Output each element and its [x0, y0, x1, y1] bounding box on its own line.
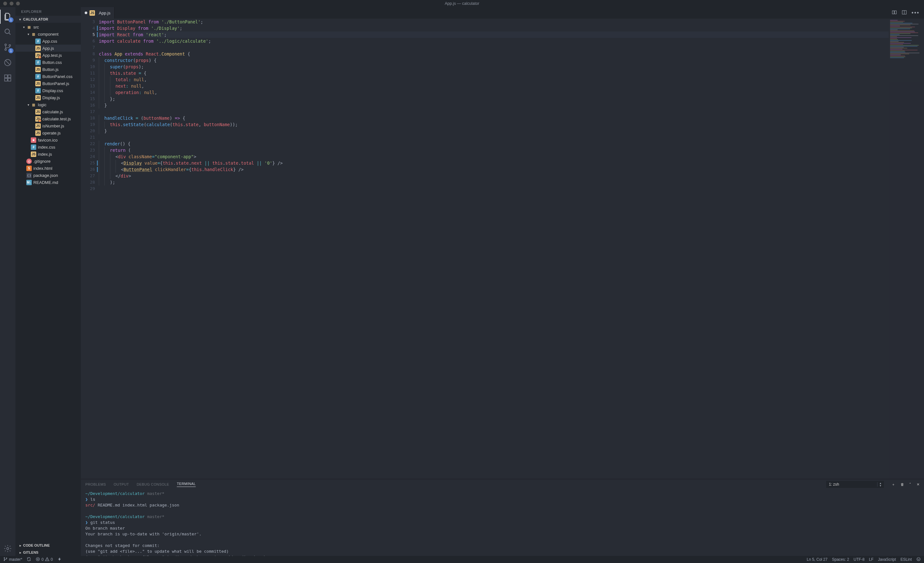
svg-point-25: [918, 558, 918, 559]
folder-logic[interactable]: ▾▥logic: [15, 101, 81, 108]
status-branch[interactable]: master*: [3, 557, 22, 562]
file-index.html[interactable]: 5index.html: [15, 165, 81, 172]
minimize-window[interactable]: [10, 2, 14, 6]
file-Button.css[interactable]: #Button.css: [15, 59, 81, 66]
js-icon: JS: [35, 130, 41, 136]
activity-explorer[interactable]: 1: [0, 10, 15, 24]
sidebar-title: EXPLORER: [15, 7, 81, 16]
panel-tab-output[interactable]: OUTPUT: [114, 482, 129, 486]
file-ButtonPanel.css[interactable]: #ButtonPanel.css: [15, 73, 81, 80]
warning-icon: [45, 557, 50, 562]
chevron-right-icon: ▸: [18, 544, 22, 547]
tree-label: favicon.ico: [38, 138, 57, 143]
panel-tab-problems[interactable]: PROBLEMS: [86, 482, 106, 486]
tree-label: Display.js: [42, 95, 60, 100]
svg-point-3: [5, 49, 6, 50]
sidebar-section-outline[interactable]: ▸ CODE OUTLINE: [15, 542, 81, 549]
status-sync[interactable]: [27, 557, 31, 562]
file-Button.js[interactable]: JSButton.js: [15, 66, 81, 73]
file-App.js[interactable]: JSApp.js: [15, 45, 81, 52]
sidebar-section-project[interactable]: ▾ CALCULATOR: [15, 16, 81, 23]
file-favicon.ico[interactable]: ★favicon.ico: [15, 137, 81, 144]
svg-rect-10: [8, 75, 11, 78]
file-isNumber.js[interactable]: JSisNumber.js: [15, 122, 81, 129]
status-indent[interactable]: Spaces: 2: [832, 557, 849, 562]
activity-settings[interactable]: [0, 542, 15, 556]
file-Display.js[interactable]: JSDisplay.js: [15, 94, 81, 101]
js-icon: JS: [35, 67, 41, 72]
terminal[interactable]: ~/Development/calculator master*❯ lssrc/…: [81, 489, 924, 556]
editor[interactable]: 3456789101112131415161718192021222324252…: [81, 19, 924, 479]
panel-tab-debug[interactable]: DEBUG CONSOLE: [136, 482, 169, 486]
file-ButtonPanel.js[interactable]: JSButtonPanel.js: [15, 80, 81, 87]
sidebar-section-gitlens[interactable]: ▸ GITLENS: [15, 549, 81, 556]
test-icon: JS: [35, 53, 41, 58]
activity-search[interactable]: [0, 25, 15, 39]
file-index.js[interactable]: JSindex.js: [15, 150, 81, 158]
warning-count: 0: [51, 557, 53, 562]
maximize-panel-icon[interactable]: ˄: [909, 482, 911, 486]
terminal-picker-value[interactable]: [826, 481, 884, 488]
project-name: CALCULATOR: [23, 17, 48, 21]
code-content[interactable]: import ButtonPanel from './ButtonPanel';…: [99, 19, 889, 192]
file-Display.css[interactable]: #Display.css: [15, 87, 81, 94]
stepper-icon: ▴▾: [880, 482, 881, 487]
zoom-window[interactable]: [16, 2, 20, 6]
status-cursor-pos[interactable]: Ln 5, Col 27: [807, 557, 828, 562]
file-README.md[interactable]: M↓README.md: [15, 179, 81, 186]
search-icon: [3, 28, 12, 37]
md-icon: M↓: [26, 180, 32, 185]
status-eol[interactable]: LF: [869, 557, 874, 562]
explorer-badge: 1: [8, 17, 14, 23]
svg-point-4: [9, 45, 10, 46]
tab-app-js[interactable]: JS App.js: [81, 7, 114, 19]
line-numbers: 3456789101112131415161718192021222324252…: [81, 19, 99, 479]
status-problems[interactable]: 0 0: [36, 557, 52, 562]
error-icon: [36, 557, 40, 562]
status-encoding[interactable]: UTF-8: [854, 557, 865, 562]
kill-terminal-icon[interactable]: 🗑: [901, 482, 904, 486]
file-package.json[interactable]: { }package.json: [15, 172, 81, 179]
tree-label: component: [38, 32, 58, 37]
outline-label: CODE OUTLINE: [23, 543, 50, 547]
json-icon: { }: [26, 173, 32, 178]
panel-tab-terminal[interactable]: TERMINAL: [177, 482, 196, 487]
smiley-icon: [916, 557, 921, 562]
new-terminal-icon[interactable]: ＋: [892, 482, 895, 487]
status-eslint[interactable]: ESLint: [901, 557, 912, 562]
activity-debug[interactable]: [0, 56, 15, 70]
activity-scm[interactable]: 1: [0, 41, 15, 54]
folder-src[interactable]: ▾▤src: [15, 23, 81, 30]
activity-extensions[interactable]: [0, 71, 15, 86]
file-index.css[interactable]: #index.css: [15, 144, 81, 150]
file-App.test.js[interactable]: JSApp.test.js: [15, 52, 81, 59]
file-.gitignore[interactable]: ◇.gitignore: [15, 158, 81, 165]
tree-label: App.js: [42, 46, 54, 51]
editor-actions: •••: [892, 7, 924, 19]
gitlens-label: GITLENS: [23, 551, 39, 554]
scm-badge: 1: [8, 48, 14, 53]
css-icon: #: [31, 144, 36, 150]
status-live[interactable]: [57, 557, 62, 562]
tree-label: App.test.js: [42, 53, 62, 58]
bottom-panel: PROBLEMS OUTPUT DEBUG CONSOLE TERMINAL ▴…: [81, 479, 924, 556]
file-App.css[interactable]: #App.css: [15, 38, 81, 45]
file-tree: ▾▤src▾▥component#App.cssJSApp.jsJSApp.te…: [15, 23, 81, 542]
terminal-picker[interactable]: ▴▾: [826, 481, 884, 488]
close-panel-icon[interactable]: ✕: [916, 482, 920, 486]
tree-label: .gitignore: [33, 159, 50, 164]
minimap[interactable]: [889, 19, 924, 479]
more-actions-icon[interactable]: •••: [912, 10, 920, 16]
status-feedback[interactable]: [916, 557, 921, 562]
branch-name: master*: [9, 557, 22, 562]
tree-label: README.md: [33, 180, 58, 185]
file-calculate.test.js[interactable]: JScalculate.test.js: [15, 115, 81, 122]
close-window[interactable]: [3, 2, 7, 6]
gear-icon: [3, 544, 12, 554]
folder-component[interactable]: ▾▥component: [15, 30, 81, 38]
file-calculate.js[interactable]: JScalculate.js: [15, 108, 81, 115]
file-operate.js[interactable]: JSoperate.js: [15, 129, 81, 137]
split-editor-icon[interactable]: [902, 10, 907, 16]
status-language[interactable]: JavaScript: [878, 557, 896, 562]
compare-changes-icon[interactable]: [892, 10, 897, 16]
